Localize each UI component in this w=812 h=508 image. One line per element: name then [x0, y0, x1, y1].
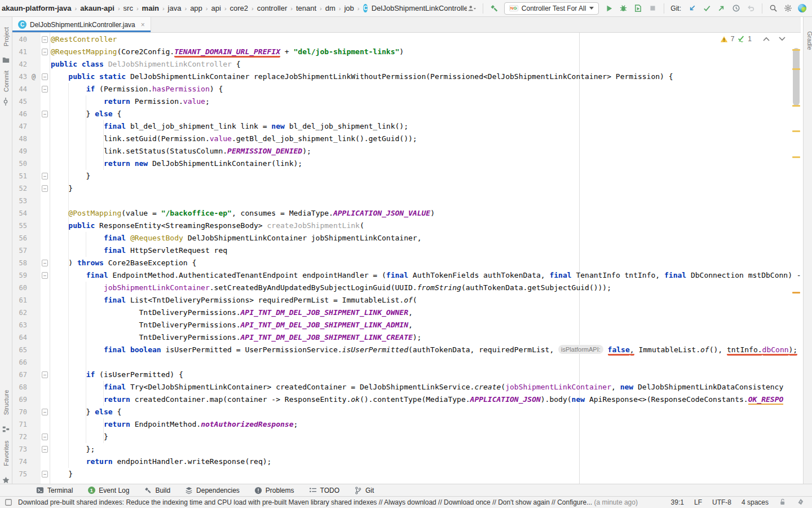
line-number[interactable]: 48 [12, 133, 27, 145]
tool-window-button-event-log[interactable]: 1Event Log [87, 487, 129, 494]
error-stripe-mark[interactable] [792, 156, 800, 158]
line-number[interactable]: 64 [12, 331, 27, 344]
line-number[interactable]: 52 [12, 182, 27, 195]
fold-marker[interactable]: − [42, 36, 48, 43]
history-icon[interactable] [731, 3, 741, 13]
build-hammer-icon[interactable] [489, 3, 499, 13]
error-stripe-mark[interactable] [792, 105, 800, 107]
line-number[interactable]: 73 [12, 443, 27, 456]
line-number[interactable]: 56 [12, 232, 27, 244]
line-number[interactable]: 63 [12, 319, 27, 331]
line-number[interactable]: 74 [12, 456, 27, 468]
tool-window-button-git[interactable]: Git [354, 487, 374, 494]
inspections-widget[interactable]: 7 1 [718, 35, 787, 43]
scrollbar-thumb[interactable] [793, 48, 800, 106]
error-stripe-mark[interactable] [792, 68, 800, 70]
line-number[interactable]: 41 [12, 46, 27, 58]
git-update-icon[interactable] [687, 3, 697, 13]
line-number[interactable]: 72 [12, 431, 27, 443]
fold-marker[interactable]: − [42, 111, 48, 117]
breadcrumb-item[interactable]: core2 [230, 4, 249, 12]
caret-position[interactable]: 39:1 [671, 498, 684, 506]
breadcrumb-item[interactable]: akaun-api [80, 4, 115, 12]
coverage-icon[interactable] [633, 3, 643, 13]
line-number[interactable]: 69 [12, 393, 27, 406]
breadcrumb-item[interactable]: job [343, 4, 354, 12]
breadcrumb-item[interactable]: api [211, 4, 222, 12]
fold-marker[interactable]: − [42, 471, 48, 478]
indent-setting[interactable]: 4 spaces [742, 498, 769, 506]
error-stripe-mark[interactable] [792, 292, 800, 294]
breadcrumb-item[interactable]: controller [257, 4, 288, 12]
line-number[interactable]: 45 [12, 95, 27, 108]
line-number[interactable]: 55 [12, 220, 27, 232]
window-icon[interactable] [5, 498, 12, 506]
tab-active-file[interactable]: C DelJobShipmentLinkController.java × [12, 17, 151, 32]
line-number[interactable]: 60 [12, 282, 27, 294]
run-configuration-select[interactable]: NG Controller Test For All [504, 2, 599, 15]
tool-stripe-button-commit[interactable]: Commit [0, 68, 12, 106]
line-number[interactable]: 47 [12, 120, 27, 133]
fold-marker[interactable]: − [42, 49, 48, 55]
line-number[interactable]: 65 [12, 344, 27, 356]
debug-icon[interactable] [619, 3, 628, 13]
close-icon[interactable]: × [141, 21, 145, 29]
nib-icon[interactable] [796, 498, 804, 507]
line-number[interactable]: 67 [12, 369, 27, 381]
tool-window-button-problems[interactable]: Problems [254, 487, 294, 494]
line-number[interactable]: 42 [12, 58, 27, 71]
line-number[interactable]: 53 [12, 195, 27, 207]
line-number[interactable]: 51 [12, 170, 27, 182]
error-stripe-mark[interactable] [792, 49, 800, 51]
run-icon[interactable] [604, 3, 614, 13]
breadcrumb-item[interactable]: dm [325, 4, 336, 12]
breadcrumb-item[interactable]: tenant [295, 4, 317, 12]
breadcrumb-item[interactable]: src [123, 4, 134, 12]
rollback-icon[interactable] [746, 3, 756, 13]
tool-stripe-button-gradle[interactable]: Gradle [804, 27, 812, 54]
breadcrumb-item[interactable]: main [142, 4, 160, 12]
plugin-ball-icon[interactable] [798, 4, 806, 12]
line-number[interactable]: 68 [12, 381, 27, 393]
tool-stripe-button-project[interactable]: Project [0, 21, 12, 63]
lock-icon[interactable] [779, 498, 786, 507]
fold-marker[interactable]: − [42, 272, 48, 279]
line-number[interactable]: 57 [12, 244, 27, 257]
fold-marker[interactable]: − [42, 86, 48, 93]
tool-stripe-button-structure[interactable]: Structure [0, 384, 12, 433]
tool-window-button-terminal[interactable]: Terminal [36, 487, 73, 494]
fold-marker[interactable]: − [42, 446, 48, 453]
line-number[interactable]: 70 [12, 406, 27, 418]
line-number[interactable]: 71 [12, 418, 27, 431]
fold-marker[interactable]: − [42, 185, 48, 192]
breadcrumb-item[interactable]: DelJobShipmentLinkController [371, 4, 467, 12]
fold-marker[interactable]: − [42, 173, 48, 179]
tool-window-button-build[interactable]: Build [144, 487, 170, 494]
user-account-icon[interactable] [467, 3, 476, 13]
stop-icon[interactable] [648, 3, 657, 13]
error-stripe-mark[interactable] [792, 130, 800, 132]
settings-icon[interactable] [783, 3, 793, 13]
tool-window-button-dependencies[interactable]: Dependencies [185, 487, 240, 494]
fold-marker[interactable]: − [42, 73, 48, 80]
search-icon[interactable] [769, 3, 778, 13]
breadcrumb-item[interactable]: java [167, 4, 182, 12]
line-number[interactable]: 62 [12, 306, 27, 319]
code-editor[interactable]: 40−@RestController41−@RequestMapping(Cor… [12, 33, 803, 484]
line-number[interactable]: 59 [12, 269, 27, 282]
status-message[interactable]: Download pre-built shared indexes: Reduc… [18, 498, 671, 506]
fold-marker[interactable]: − [42, 260, 48, 266]
fold-marker[interactable]: − [42, 433, 48, 440]
line-number[interactable]: 49 [12, 145, 27, 157]
line-number[interactable]: 75 [12, 468, 27, 480]
line-number[interactable]: 43 [12, 71, 27, 83]
git-commit-icon[interactable] [702, 3, 712, 13]
tool-window-button-todo[interactable]: TODO [309, 487, 339, 494]
line-number[interactable]: 54 [12, 207, 27, 220]
fold-marker[interactable]: − [42, 371, 48, 378]
file-encoding[interactable]: UTF-8 [712, 498, 731, 506]
git-push-icon[interactable] [717, 3, 726, 13]
line-number[interactable]: 40 [12, 33, 27, 46]
line-number[interactable]: 66 [12, 356, 27, 369]
tool-stripe-button-favorites[interactable]: Favorites [0, 435, 12, 484]
